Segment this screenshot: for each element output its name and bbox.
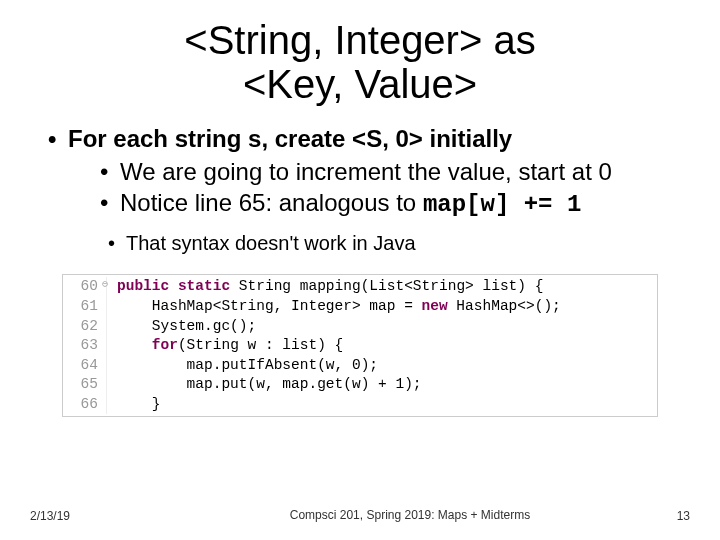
bullet-1-sublist: We are going to increment the value, sta… (68, 156, 690, 220)
line-number: 63 (63, 336, 107, 356)
code-text: HashMap<String, Integer> map = new HashM… (107, 297, 561, 317)
bullet-list: For each string s, create <S, 0> initial… (30, 124, 690, 256)
fold-icon: ⊖ (102, 278, 108, 292)
code-line-66: 66 } (63, 395, 657, 415)
slide: <String, Integer> as <Key, Value> For ea… (0, 0, 720, 540)
line-number: 66 (63, 395, 107, 415)
code-text: map.putIfAbsent(w, 0); (107, 356, 378, 376)
line-number: 62 (63, 317, 107, 337)
bullet-1b-code: map[w] += 1 (423, 191, 581, 218)
bullet-1: For each string s, create <S, 0> initial… (48, 124, 690, 256)
line-number: 60⊖ (63, 277, 107, 297)
footer: 2/13/19 Compsci 201, Spring 2019: Maps +… (0, 508, 720, 524)
code-text: System.gc(); (107, 317, 256, 337)
code-line-60: 60⊖ public static String mapping(List<St… (63, 277, 657, 297)
title-line-2: <Key, Value> (243, 62, 477, 106)
line-number: 65 (63, 375, 107, 395)
footer-course: Compsci 201, Spring 2019: Maps + Midterm… (160, 508, 660, 524)
code-line-64: 64 map.putIfAbsent(w, 0); (63, 356, 657, 376)
bullet-1-sublist-2: That syntax doesn't work in Java (68, 230, 690, 256)
code-line-63: 63 for(String w : list) { (63, 336, 657, 356)
slide-title: <String, Integer> as <Key, Value> (30, 18, 690, 106)
title-line-1: <String, Integer> as (184, 18, 535, 62)
code-text: } (107, 395, 161, 415)
bullet-1b-text: Notice line 65: analogous to (120, 189, 423, 216)
line-number: 61 (63, 297, 107, 317)
code-line-61: 61 HashMap<String, Integer> map = new Ha… (63, 297, 657, 317)
code-line-65: 65 map.put(w, map.get(w) + 1); (63, 375, 657, 395)
footer-page-number: 13 (660, 509, 720, 523)
bullet-1c: That syntax doesn't work in Java (108, 230, 690, 256)
bullet-1b: Notice line 65: analogous to map[w] += 1 (100, 187, 690, 220)
code-text: map.put(w, map.get(w) + 1); (107, 375, 422, 395)
footer-date: 2/13/19 (0, 509, 160, 523)
line-number: 64 (63, 356, 107, 376)
bullet-1a: We are going to increment the value, sta… (100, 156, 690, 187)
code-text: public static String mapping(List<String… (107, 277, 543, 297)
code-text: for(String w : list) { (107, 336, 343, 356)
bullet-1-text: For each string s, create <S, 0> initial… (68, 125, 512, 152)
code-screenshot: 60⊖ public static String mapping(List<St… (62, 274, 658, 417)
code-line-62: 62 System.gc(); (63, 317, 657, 337)
